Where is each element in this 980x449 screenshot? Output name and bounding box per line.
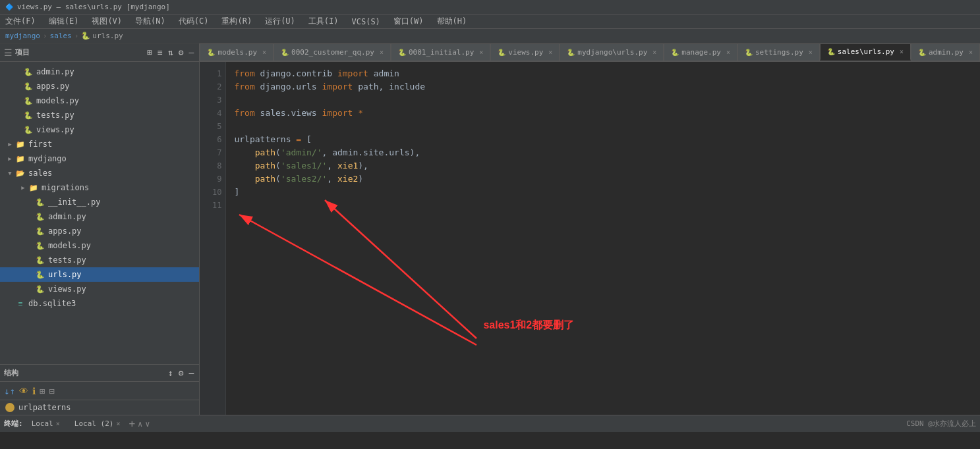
file-icon-py: 🐍 bbox=[22, 68, 34, 76]
structure-info-icon[interactable]: ℹ bbox=[32, 386, 36, 396]
structure-add-icon[interactable]: ⊞ bbox=[40, 386, 45, 396]
tree-item-apps-top[interactable]: 🐍 apps.py bbox=[0, 79, 199, 93]
tree-label: tests.py bbox=[48, 255, 86, 265]
tree-item-init[interactable]: 🐍 __init__.py bbox=[0, 195, 199, 209]
tab-label: sales\urls.py bbox=[838, 47, 894, 56]
tab-close-btn[interactable]: × bbox=[969, 49, 973, 56]
urlpatterns-icon bbox=[5, 403, 14, 412]
structure-remove-icon[interactable]: ⊟ bbox=[49, 386, 54, 396]
tree-item-sales[interactable]: ▼ 📂 sales bbox=[0, 166, 199, 180]
menu-item[interactable]: 导航(N) bbox=[132, 16, 168, 27]
menu-item[interactable]: 重构(R) bbox=[219, 16, 254, 27]
tree-item-migrations[interactable]: ▶ 📁 migrations bbox=[0, 180, 199, 195]
tab-close-btn[interactable]: × bbox=[900, 48, 904, 55]
editor-tab-1[interactable]: 🐍0002_customer_qq.py× bbox=[274, 43, 391, 61]
code-line: path('sales2/', xie2) bbox=[234, 172, 972, 186]
tab-close-btn[interactable]: × bbox=[652, 49, 656, 56]
menu-item[interactable]: 运行(U) bbox=[262, 16, 298, 27]
sidebar-settings-icon[interactable]: ⚙ bbox=[177, 46, 185, 59]
tree-item-apps-sales[interactable]: 🐍 apps.py bbox=[0, 224, 199, 238]
tree-item-db[interactable]: ≡ db.sqlite3 bbox=[0, 296, 199, 311]
terminal-local-close[interactable]: × bbox=[56, 420, 60, 427]
tree-item-tests-top[interactable]: 🐍 tests.py bbox=[0, 108, 199, 122]
tab-close-btn[interactable]: × bbox=[809, 49, 813, 56]
editor-tab-7[interactable]: 🐍sales\urls.py× bbox=[820, 43, 911, 61]
tab-file-icon: 🐍 bbox=[671, 49, 679, 56]
terminal-add-button[interactable]: + bbox=[129, 417, 135, 430]
tab-file-icon: 🐍 bbox=[827, 48, 835, 55]
editor-tab-4[interactable]: 🐍mydjango\urls.py× bbox=[560, 43, 664, 61]
tab-bar: 🐍models.py×🐍0002_customer_qq.py×🐍0001_in… bbox=[200, 43, 980, 62]
sidebar-tree: 🐍 admin.py 🐍 apps.py 🐍 models.py 🐍 tests… bbox=[0, 62, 199, 364]
editor-tab-0[interactable]: 🐍models.py× bbox=[200, 43, 274, 61]
menu-item[interactable]: 工具(I) bbox=[306, 16, 341, 27]
file-icon-py: 🐍 bbox=[22, 126, 34, 134]
tree-label: migrations bbox=[42, 183, 89, 192]
tab-close-btn[interactable]: × bbox=[262, 49, 266, 56]
terminal-local2-tab[interactable]: Local (2) × bbox=[69, 417, 127, 430]
tab-close-btn[interactable]: × bbox=[380, 49, 384, 56]
terminal-local-tab[interactable]: Local × bbox=[26, 417, 66, 430]
menu-item[interactable]: 编辑(E) bbox=[46, 16, 82, 27]
tree-item-urls-sales[interactable]: 🐍 urls.py bbox=[0, 267, 199, 282]
structure-sort-alpha-icon[interactable]: ↓↑ bbox=[4, 386, 15, 396]
tab-label: 0002_customer_qq.py bbox=[291, 48, 374, 57]
menu-item[interactable]: 窗口(W) bbox=[391, 16, 426, 27]
editor-tab-6[interactable]: 🐍settings.py× bbox=[737, 43, 820, 61]
tree-item-first[interactable]: ▶ 📁 first bbox=[0, 137, 199, 151]
arrow-collapsed-icon: ▶ bbox=[5, 141, 14, 147]
tree-item-models-top[interactable]: 🐍 models.py bbox=[0, 93, 199, 108]
tree-item-views-top[interactable]: 🐍 views.py bbox=[0, 122, 199, 137]
tree-label: views.py bbox=[48, 284, 86, 294]
editor-tab-2[interactable]: 🐍0001_initial.py× bbox=[391, 43, 490, 61]
breadcrumb-mydjango[interactable]: mydjango bbox=[5, 32, 40, 40]
structure-eye-icon[interactable]: 👁 bbox=[19, 386, 28, 396]
sidebar-align-icon[interactable]: ≡ bbox=[156, 46, 164, 59]
sidebar-sort-icon[interactable]: ⇅ bbox=[167, 46, 175, 59]
tree-item-tests-sales[interactable]: 🐍 tests.py bbox=[0, 253, 199, 267]
tab-close-btn[interactable]: × bbox=[548, 49, 552, 56]
terminal-local2-close[interactable]: × bbox=[116, 420, 120, 427]
code-line: path('sales1/', xie1), bbox=[234, 159, 972, 172]
terminal-chevron-up[interactable]: ∧ bbox=[138, 419, 142, 429]
menu-item[interactable]: VCS(S) bbox=[349, 17, 383, 26]
main-layout: ☰ 项目 ⊞ ≡ ⇅ ⚙ — 🐍 admin.py 🐍 apps.py � bbox=[0, 43, 980, 415]
editor-tab-8[interactable]: 🐍admin.py× bbox=[911, 43, 980, 61]
code-editor[interactable]: from django.contrib import adminfrom dja… bbox=[226, 62, 980, 415]
editor-area: 🐍models.py×🐍0002_customer_qq.py×🐍0001_in… bbox=[200, 43, 980, 415]
menu-item[interactable]: 文件(F) bbox=[3, 16, 38, 27]
tab-label: 0001_initial.py bbox=[409, 48, 474, 57]
menu-item[interactable]: 代码(C) bbox=[176, 16, 212, 27]
file-icon-py: 🐍 bbox=[34, 256, 46, 265]
file-icon-py: 🐍 bbox=[34, 213, 46, 221]
menu-item[interactable]: 视图(V) bbox=[89, 16, 125, 27]
structure-sort-icon[interactable]: ↕ bbox=[167, 367, 175, 379]
line-numbers: 1234567891011 bbox=[200, 62, 226, 415]
folder-icon: 📁 bbox=[28, 184, 40, 192]
sidebar-grid-icon[interactable]: ⊞ bbox=[146, 46, 154, 59]
breadcrumb-sales[interactable]: sales bbox=[50, 32, 72, 40]
tree-item-admin-sales[interactable]: 🐍 admin.py bbox=[0, 209, 199, 224]
tab-file-icon: 🐍 bbox=[745, 49, 753, 56]
code-line: urlpatterns = [ bbox=[234, 133, 972, 146]
urlpatterns-label[interactable]: urlpatterns bbox=[18, 403, 71, 412]
line-number: 3 bbox=[200, 93, 221, 107]
terminal-chevron-down[interactable]: ∨ bbox=[145, 419, 150, 429]
tab-close-btn[interactable]: × bbox=[726, 49, 730, 56]
tree-item-admin-top[interactable]: 🐍 admin.py bbox=[0, 65, 199, 79]
file-icon-py: 🐍 bbox=[22, 82, 34, 91]
tree-item-views-sales[interactable]: 🐍 views.py bbox=[0, 282, 199, 296]
editor-tab-3[interactable]: 🐍views.py× bbox=[490, 43, 560, 61]
editor-tab-5[interactable]: 🐍manage.py× bbox=[664, 43, 737, 61]
tree-label: urls.py bbox=[48, 270, 82, 279]
line-number: 1 bbox=[200, 67, 221, 80]
folder-icon: 📁 bbox=[14, 140, 26, 149]
file-icon-py: 🐍 bbox=[34, 285, 46, 294]
tree-item-mydjango[interactable]: ▶ 📁 mydjango bbox=[0, 151, 199, 166]
structure-settings-icon[interactable]: ⚙ bbox=[177, 367, 185, 379]
sidebar-minimize-icon[interactable]: — bbox=[188, 46, 196, 59]
tab-close-btn[interactable]: × bbox=[479, 49, 483, 56]
structure-minimize-icon[interactable]: — bbox=[188, 367, 196, 379]
tree-item-models-sales[interactable]: 🐍 models.py bbox=[0, 238, 199, 253]
menu-item[interactable]: 帮助(H) bbox=[434, 16, 470, 27]
